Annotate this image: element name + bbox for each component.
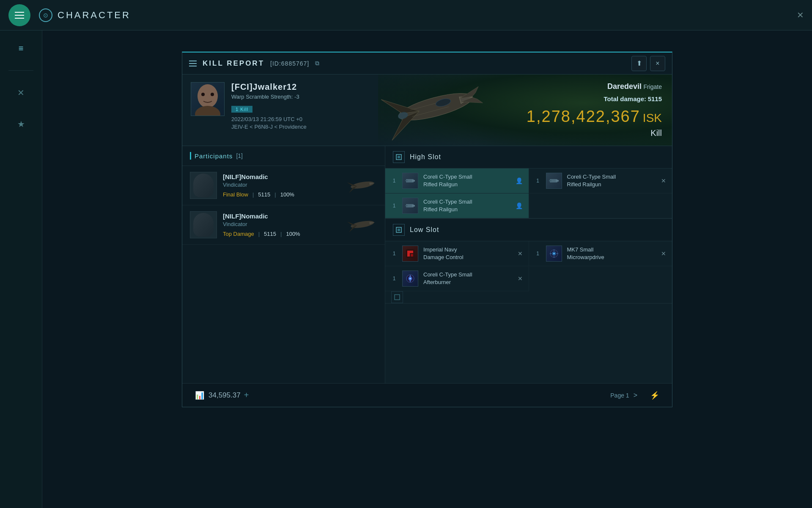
svg-rect-27 [411,254,413,257]
module-name: Coreli C-Type SmallRifled Railgun [423,198,472,213]
modules-panel: High Slot 1 [385,146,672,383]
person-icon: 👤 [516,202,523,209]
module-name: Coreli C-Type SmallRifled Railgun [567,173,616,188]
warp-scramble: Warp Scramble Strength: -3 [231,94,307,100]
add-button[interactable]: + [244,390,249,400]
ship-image [343,75,504,146]
participants-title: Participants [195,152,233,160]
copy-id-button[interactable]: ⧉ [315,60,319,67]
module-icon [546,173,562,189]
sidebar-separator [8,70,33,71]
svg-rect-26 [407,251,413,253]
participant-item[interactable]: [NILF]Nomadic Vindicator Top Damage | 51… [182,205,385,245]
module-cell[interactable]: 1 Imperial NavyDamage Contro [385,241,529,266]
module-row: 1 Corel [385,266,672,291]
svg-rect-38 [395,295,400,300]
module-actions: ✕ [661,250,666,257]
filter-button[interactable]: ⚡ [650,391,659,400]
module-name: MK7 SmallMicrowarpdrive [567,246,604,261]
close-button[interactable]: × [797,8,804,22]
module-cell-partial [385,291,672,303]
module-row: 1 Imperial NavyDamage Contro [385,241,672,266]
kill-type: Kill [527,128,662,138]
report-id: [ID:6885767] [270,60,309,67]
x-icon[interactable]: ✕ [661,177,666,184]
participants-panel: Participants [1] [NILF]Nomadic Vindicato… [182,146,385,383]
export-button[interactable]: ⬆ [631,56,647,71]
x-icon[interactable]: ✕ [518,250,523,257]
participant-ship-image [343,216,377,233]
next-page-button[interactable]: > [634,392,637,399]
participant-info: [NILF]Nomadic Vindicator Top Damage | 51… [223,213,337,237]
x-icon[interactable]: ✕ [518,275,523,282]
svg-rect-18 [549,180,551,181]
sidebar-item-combat[interactable]: ✕ [12,83,30,102]
sidebar-item-menu[interactable]: ≡ [12,39,30,58]
participant-stats: Final Blow | 5115 | 100% [223,191,337,198]
damage-value: 5115 [258,191,270,198]
svg-point-0 [198,84,218,108]
module-cell[interactable]: 1 Coreli C-Type SmallRifled Railgun [529,168,672,193]
module-icon [402,173,418,189]
low-slot-section: Low Slot 1 [385,219,672,304]
kill-header-info: [FCI]Jwalker12 Warp Scramble Strength: -… [231,82,307,130]
participant-name: [NILF]Nomadic [223,173,337,180]
sidebar-item-factions[interactable]: ★ [12,115,30,133]
total-damage-label: Total damage: 5115 [527,95,662,102]
participants-header: Participants [1] [182,146,385,166]
bottom-bar: 📊 34,595.37 + Page 1 > ⚡ [182,383,672,407]
svg-rect-17 [556,180,559,182]
svg-rect-23 [398,229,400,231]
module-actions: ✕ [518,275,523,282]
module-icon-afterburner [402,271,418,287]
damage-value: 5115 [264,231,276,237]
svg-point-37 [409,278,411,280]
module-name: Coreli C-Type SmallRifled Railgun [423,173,472,188]
svg-point-30 [553,253,555,254]
page-title: CHARACTER [58,10,131,21]
x-icon[interactable]: ✕ [661,250,666,257]
bottom-chart-icon: 📊 [195,391,204,400]
menu-button[interactable] [8,4,30,26]
module-icon-damage-control [402,246,418,262]
kill-header-left: [FCI]Jwalker12 Warp Scramble Strength: -… [182,75,343,146]
svg-point-3 [211,93,214,96]
participant-stats: Top Damage | 5115 | 100% [223,231,337,237]
module-icon [402,198,418,214]
participant-avatar-inner [193,213,214,237]
module-cell[interactable]: 1 [529,241,672,266]
module-name: Coreli C-Type SmallAfterburner [423,271,472,286]
module-cell[interactable]: 1 Coreli C-Type SmallRifled Railgun [385,193,529,218]
window-close-button[interactable]: × [650,56,665,71]
ship-class: Frigate [643,83,662,90]
high-slot-title: High Slot [410,153,441,161]
percent-value: 100% [280,191,294,198]
high-slot-section: High Slot 1 [385,146,672,219]
pilot-name: [FCI]Jwalker12 [231,82,307,92]
top-bar: ⊙ CHARACTER × [0,0,812,30]
svg-rect-20 [412,205,415,207]
module-row: 1 Coreli C-Type SmallRifled Railgun [385,193,672,218]
module-actions: 👤 [516,202,523,209]
kill-header-stats: Daredevil Frigate Total damage: 5115 1,2… [516,75,672,146]
low-slot-title: Low Slot [410,226,439,234]
kill-report-window: KILL REPORT [ID:6885767] ⧉ ⬆ × [182,52,672,407]
page-label: Page 1 [610,392,629,399]
titlebar-menu-button[interactable] [189,61,197,66]
module-actions: ✕ [661,177,666,184]
title-area: ⊙ CHARACTER [39,8,131,22]
ship-name: Daredevil [607,82,642,91]
section-accent [190,152,191,160]
svg-point-1 [195,106,220,116]
kill-location: JEIV-E < P6N8-J < Providence [231,124,307,130]
module-cell[interactable]: 1 Coreli C-Type SmallRifled Railgun [385,168,529,193]
content-panel: KILL REPORT [ID:6885767] ⧉ ⬆ × [42,30,812,508]
participant-item[interactable]: [NILF]Nomadic Vindicator Final Blow | 51… [182,166,385,205]
module-icon-mwd [546,246,562,262]
slot-header: High Slot [385,146,672,168]
module-cell[interactable]: 1 Corel [385,266,529,291]
participant-info: [NILF]Nomadic Vindicator Final Blow | 51… [223,173,337,198]
kill-body: Participants [1] [NILF]Nomadic Vindicato… [182,146,672,383]
svg-rect-14 [412,180,415,182]
isk-line: 1,278,422,367 ISK [527,105,662,126]
